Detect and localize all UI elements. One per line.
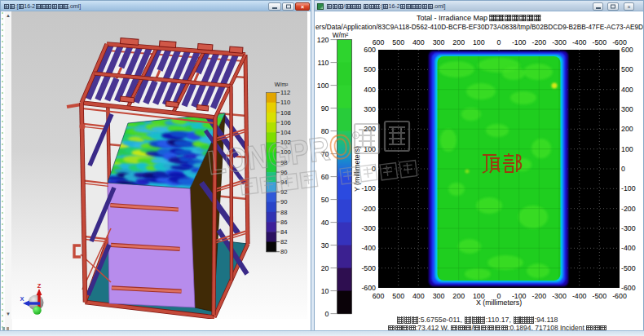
svg-text:100: 100 — [621, 145, 633, 153]
svg-text:300: 300 — [433, 292, 445, 300]
svg-text:400: 400 — [621, 86, 633, 94]
svg-text:600: 600 — [373, 292, 385, 300]
svg-text:-300: -300 — [621, 224, 636, 232]
svg-text:-500: -500 — [361, 264, 376, 272]
svg-text:86: 86 — [280, 219, 287, 226]
svg-text:-100: -100 — [621, 184, 636, 192]
svg-text:-300: -300 — [552, 292, 567, 300]
svg-text:-500: -500 — [592, 292, 607, 300]
svg-text:88: 88 — [280, 209, 287, 216]
svg-text:X: X — [20, 295, 24, 303]
svg-text:-600: -600 — [621, 284, 636, 292]
svg-text:0: 0 — [325, 310, 329, 318]
svg-text:500: 500 — [364, 65, 376, 73]
svg-text:400: 400 — [412, 292, 425, 300]
svg-text:-500: -500 — [621, 264, 636, 272]
svg-text:-200: -200 — [361, 205, 376, 213]
svg-text:500: 500 — [392, 292, 404, 300]
svg-text:400: 400 — [412, 38, 425, 46]
svg-text:-400: -400 — [572, 292, 587, 300]
svg-text:300: 300 — [364, 105, 376, 113]
svg-text:300: 300 — [433, 38, 445, 46]
svg-text:82: 82 — [280, 238, 287, 245]
svg-text:300: 300 — [621, 105, 633, 113]
svg-text:-100: -100 — [512, 38, 527, 46]
svg-text:40: 40 — [321, 219, 329, 227]
svg-text:-600: -600 — [361, 284, 376, 292]
svg-text:-500: -500 — [592, 38, 607, 46]
svg-text:W/m²: W/m² — [275, 82, 289, 87]
svg-text:10: 10 — [321, 287, 329, 295]
svg-text:20: 20 — [321, 264, 329, 272]
svg-text:-200: -200 — [532, 292, 546, 300]
svg-text:-400: -400 — [621, 244, 636, 252]
svg-text:110: 110 — [280, 99, 290, 106]
svg-text:600: 600 — [621, 46, 633, 54]
svg-text:200: 200 — [452, 38, 465, 46]
svg-text:-200: -200 — [532, 38, 546, 46]
svg-text:-600: -600 — [612, 292, 627, 300]
svg-text:-400: -400 — [361, 244, 376, 252]
svg-text:50: 50 — [321, 196, 329, 204]
svg-text:-300: -300 — [552, 38, 567, 46]
svg-text:200: 200 — [452, 292, 465, 300]
svg-text:0: 0 — [497, 38, 501, 46]
svg-text:600: 600 — [364, 46, 376, 54]
svg-text:92: 92 — [280, 188, 287, 196]
svg-text:112: 112 — [280, 89, 290, 96]
svg-text:-400: -400 — [572, 38, 587, 46]
svg-text:-300: -300 — [361, 224, 376, 232]
svg-text:X (millimeters): X (millimeters) — [476, 298, 522, 307]
svg-text:-200: -200 — [621, 205, 636, 213]
svg-text:30: 30 — [321, 241, 329, 250]
svg-text:400: 400 — [364, 86, 376, 94]
svg-text:0: 0 — [621, 165, 625, 173]
svg-text:500: 500 — [392, 38, 404, 46]
svg-text:O: O — [327, 127, 353, 167]
svg-text:100: 100 — [317, 82, 329, 90]
svg-text:110: 110 — [317, 59, 329, 67]
svg-text:90: 90 — [321, 104, 329, 113]
svg-text:100: 100 — [473, 38, 485, 46]
svg-text:W/m²: W/m² — [333, 32, 349, 39]
svg-text:500: 500 — [621, 65, 633, 73]
svg-text:200: 200 — [621, 125, 633, 133]
svg-text:90: 90 — [280, 198, 287, 206]
svg-text:106: 106 — [280, 119, 291, 126]
svg-text:Z: Z — [37, 282, 42, 290]
svg-text:80: 80 — [280, 248, 287, 255]
svg-text:84: 84 — [280, 228, 287, 236]
svg-text:-100: -100 — [361, 184, 376, 192]
svg-text:108: 108 — [280, 109, 291, 117]
svg-text:120: 120 — [317, 36, 329, 44]
